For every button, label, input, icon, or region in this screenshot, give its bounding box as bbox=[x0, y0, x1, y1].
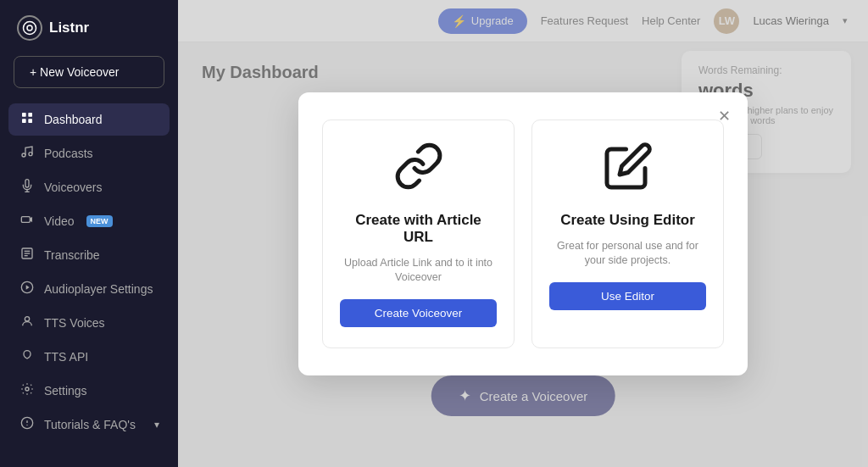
svg-rect-4 bbox=[22, 119, 26, 123]
svg-point-7 bbox=[29, 153, 32, 156]
transcribe-icon bbox=[19, 247, 36, 264]
svg-point-22 bbox=[27, 425, 28, 425]
sidebar-item-dashboard[interactable]: Dashboard bbox=[8, 103, 170, 136]
logo-icon bbox=[17, 15, 42, 41]
article-url-desc: Upload Article Link and to it into Voice… bbox=[340, 256, 497, 286]
sidebar-item-settings[interactable]: Settings bbox=[8, 375, 170, 407]
svg-rect-10 bbox=[21, 217, 30, 223]
modal-card-article-url: Create with Article URL Upload Article L… bbox=[322, 120, 515, 348]
editor-title: Create Using Editor bbox=[560, 212, 695, 229]
sidebar-item-label: TTS API bbox=[44, 350, 88, 364]
sidebar-item-audioplayer[interactable]: Audioplayer Settings bbox=[8, 273, 170, 305]
article-url-title: Create with Article URL bbox=[340, 212, 497, 246]
sidebar-item-label: Audioplayer Settings bbox=[44, 282, 153, 296]
main-content: ⚡ Upgrade Features Request Help Center L… bbox=[178, 0, 868, 467]
svg-rect-3 bbox=[28, 113, 32, 117]
create-voiceover-button[interactable]: Create Voiceover bbox=[340, 299, 497, 327]
sidebar: Listnr + New Voiceover Dashboard Podcast… bbox=[0, 0, 178, 467]
sidebar-item-tts-voices[interactable]: TTS Voices bbox=[8, 307, 170, 339]
video-icon bbox=[19, 213, 36, 230]
svg-point-0 bbox=[24, 22, 36, 35]
sidebar-item-label: Settings bbox=[44, 384, 87, 398]
logo-text: Listnr bbox=[49, 19, 89, 36]
tts-voices-icon bbox=[19, 314, 36, 331]
sidebar-item-label: Dashboard bbox=[44, 113, 103, 126]
modal: ✕ Create with Article URL Upload Article… bbox=[298, 92, 748, 375]
article-url-icon bbox=[393, 141, 444, 198]
sidebar-item-label: Transcribe bbox=[44, 248, 100, 262]
editor-icon bbox=[603, 141, 654, 198]
sidebar-item-podcasts[interactable]: Podcasts bbox=[8, 137, 170, 170]
sidebar-item-label: TTS Voices bbox=[44, 316, 105, 330]
svg-marker-17 bbox=[26, 285, 30, 289]
modal-card-editor: Create Using Editor Great for personal u… bbox=[531, 120, 724, 348]
tutorials-arrow: ▾ bbox=[154, 419, 159, 431]
tts-api-icon bbox=[19, 348, 36, 365]
sidebar-item-tts-api[interactable]: TTS API bbox=[8, 341, 170, 373]
sidebar-item-video[interactable]: Video NEW bbox=[8, 205, 170, 237]
settings-icon bbox=[19, 382, 36, 399]
sidebar-item-label: Voiceovers bbox=[44, 181, 102, 194]
dashboard-icon bbox=[19, 111, 36, 128]
new-badge: NEW bbox=[86, 215, 113, 227]
voiceovers-icon bbox=[19, 179, 36, 196]
svg-point-6 bbox=[22, 153, 25, 157]
modal-overlay[interactable]: ✕ Create with Article URL Upload Article… bbox=[178, 0, 868, 467]
svg-point-18 bbox=[25, 317, 29, 321]
sidebar-item-label: Video bbox=[44, 214, 75, 228]
sidebar-item-label: Tutorials & FAQ's bbox=[44, 418, 136, 431]
tutorials-icon bbox=[19, 416, 36, 433]
svg-rect-5 bbox=[28, 119, 32, 123]
logo: Listnr bbox=[0, 0, 178, 56]
audioplayer-icon bbox=[19, 281, 36, 297]
sidebar-nav: Dashboard Podcasts Voiceovers Video NEW bbox=[0, 103, 178, 441]
svg-rect-2 bbox=[22, 113, 26, 117]
modal-close-button[interactable]: ✕ bbox=[712, 104, 736, 128]
svg-point-1 bbox=[27, 25, 32, 31]
editor-desc: Great for personal use and for your side… bbox=[549, 239, 706, 269]
sidebar-item-voiceovers[interactable]: Voiceovers bbox=[8, 171, 170, 203]
sidebar-item-tutorials[interactable]: Tutorials & FAQ's ▾ bbox=[8, 409, 170, 441]
svg-point-19 bbox=[25, 387, 29, 391]
sidebar-item-transcribe[interactable]: Transcribe bbox=[8, 239, 170, 271]
podcasts-icon bbox=[19, 145, 36, 162]
new-voiceover-button[interactable]: + New Voiceover bbox=[14, 56, 164, 88]
use-editor-button[interactable]: Use Editor bbox=[549, 282, 706, 310]
sidebar-item-label: Podcasts bbox=[44, 147, 93, 160]
